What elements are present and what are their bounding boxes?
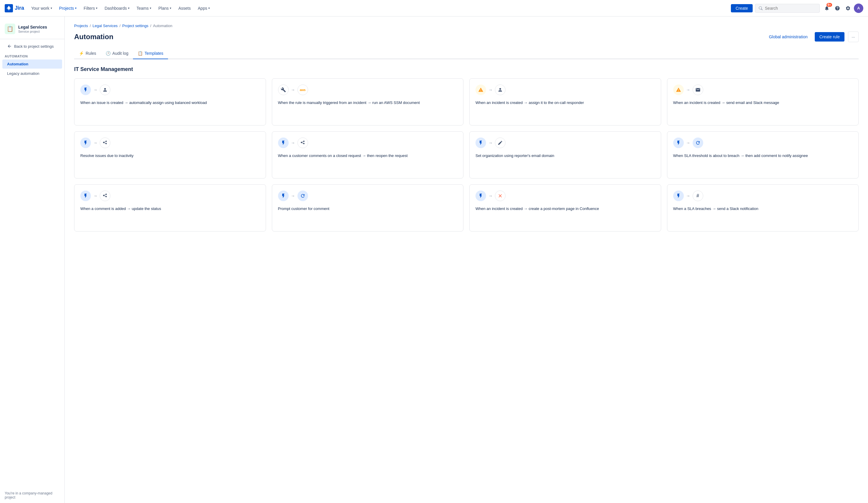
template-grid-row2: → Resolve issues due to inactivity → Whe… [74,131,859,179]
trigger-icon-bolt [80,84,91,95]
project-icon: 📋 [5,23,15,34]
action-icon-branch [100,138,110,148]
card-text: When an incident is created → send email… [673,100,853,106]
sidebar-section-label: AUTOMATION [0,51,64,59]
template-card-reopen-request[interactable]: → When a customer comments on a closed r… [272,131,464,179]
page-title: Automation [74,33,113,41]
arrow-icon: → [488,140,493,145]
create-rule-button[interactable]: Create rule [815,32,845,41]
sidebar-item-automation[interactable]: Automation [2,60,62,69]
more-options-button[interactable]: ··· [848,31,859,42]
back-to-project-settings[interactable]: Back to project settings [2,41,62,51]
avatar[interactable]: A [854,3,863,13]
project-type: Service project [18,30,47,33]
template-card-sla-threshold[interactable]: → When SLA threshold is about to breach … [667,131,859,179]
action-icon-cross [495,191,506,201]
main-content: Projects / Legal Services / Project sett… [65,17,868,503]
template-card-slack-notification[interactable]: → # When a SLA breaches → send a Slack n… [667,184,859,231]
action-icon-aws: aws [298,84,308,95]
help-icon [835,6,840,11]
nav-dashboards[interactable]: Dashboards ▾ [102,4,132,12]
nav-icon-group: 9+ A [822,3,863,13]
breadcrumb-project-settings[interactable]: Project settings [122,23,148,28]
card-text: When the rule is manually triggered from… [278,100,457,106]
arrow-icon: → [686,140,690,145]
search-input[interactable] [765,6,816,11]
logo-text: Jira [15,5,24,11]
nav-projects[interactable]: Projects ▾ [57,4,79,12]
template-card-post-mortem[interactable]: → When an incident is created → create a… [469,184,661,231]
nav-your-work[interactable]: Your work ▾ [29,4,54,12]
chevron-down-icon: ▾ [208,7,210,10]
project-name: Legal Services [18,24,47,30]
breadcrumb-projects[interactable]: Projects [74,23,88,28]
template-card-inactivity[interactable]: → Resolve issues due to inactivity [74,131,266,179]
notification-badge: 9+ [827,3,832,7]
trigger-icon-bolt [278,191,289,201]
arrow-icon: → [488,193,493,198]
sidebar-footer: You're in a company-managed project [0,488,64,503]
settings-button[interactable] [843,3,853,13]
template-card-aws-ssm[interactable]: → aws When the rule is manually triggere… [272,78,464,125]
nav-filters[interactable]: Filters ▾ [81,4,100,12]
sidebar-item-legacy-automation[interactable]: Legacy automation [2,69,62,78]
lightning-icon: ⚡ [79,51,84,56]
breadcrumb-automation: Automation [153,23,173,28]
nav-apps[interactable]: Apps ▾ [195,4,212,12]
search-bar[interactable] [755,4,820,13]
card-text: When a comment is added → update the sta… [80,206,260,212]
breadcrumb-legal-services[interactable]: Legal Services [93,23,118,28]
arrow-icon: → [93,88,97,92]
tab-templates[interactable]: 📋 Templates [133,48,168,59]
card-text: When an incident is created → assign it … [475,100,655,106]
nav-plans[interactable]: Plans ▾ [156,4,174,12]
template-icon: 📋 [138,51,143,56]
card-text: Resolve issues due to inactivity [80,153,260,159]
template-card-on-call[interactable]: → When an incident is created → assign i… [469,78,661,125]
create-button[interactable]: Create [731,4,753,12]
card-text: When a customer comments on a closed req… [278,153,457,159]
gear-icon [845,6,851,11]
arrow-icon: → [686,88,690,92]
template-card-comment-status[interactable]: → When a comment is added → update the s… [74,184,266,231]
jira-logo[interactable]: Jira [5,4,24,12]
action-icon-email [693,84,703,95]
action-icon-branch [298,138,308,148]
section-title: IT Service Management [74,66,859,72]
template-card-set-organization[interactable]: → Set organization using reporter's emai… [469,131,661,179]
chevron-down-icon: ▾ [170,7,171,10]
help-button[interactable] [833,3,842,13]
action-icon-person [100,84,110,95]
global-administration-button[interactable]: Global administration [765,33,811,41]
nav-teams[interactable]: Teams ▾ [134,4,154,12]
template-card-balanced-workload[interactable]: → When an issue is created → automatical… [74,78,266,125]
template-grid-row3: → When a comment is added → update the s… [74,184,859,231]
trigger-icon-tool [278,84,289,95]
chevron-down-icon: ▾ [128,7,130,10]
tab-rules[interactable]: ⚡ Rules [74,48,101,59]
trigger-icon-bolt [475,191,486,201]
top-navigation: Jira Your work ▾ Projects ▾ Filters ▾ Da… [0,0,868,17]
action-icon-branch [100,191,110,201]
clock-icon: 🕐 [106,51,111,56]
trigger-icon-bolt [475,138,486,148]
page-actions: Global administration Create rule ··· [765,31,859,42]
trigger-icon-bolt [80,191,91,201]
card-text: When an incident is created → create a p… [475,206,655,212]
nav-assets[interactable]: Assets [176,4,193,12]
tab-audit-log[interactable]: 🕐 Audit log [101,48,133,59]
arrow-icon: → [93,193,97,198]
card-text: When a SLA breaches → send a Slack notif… [673,206,853,212]
chevron-down-icon: ▾ [75,7,76,10]
trigger-icon-bolt [278,138,289,148]
chevron-down-icon: ▾ [51,7,52,10]
action-icon-slack: # [693,191,703,201]
notifications-button[interactable]: 9+ [822,3,831,13]
template-card-email-slack[interactable]: → When an incident is created → send ema… [667,78,859,125]
arrow-icon: → [291,193,295,198]
trigger-icon-bolt [673,138,684,148]
sidebar: 📋 Legal Services Service project Back to… [0,17,65,503]
arrow-icon: → [686,193,690,198]
template-card-prompt-comment[interactable]: → Prompt customer for comment [272,184,464,231]
action-icon-refresh [693,138,703,148]
